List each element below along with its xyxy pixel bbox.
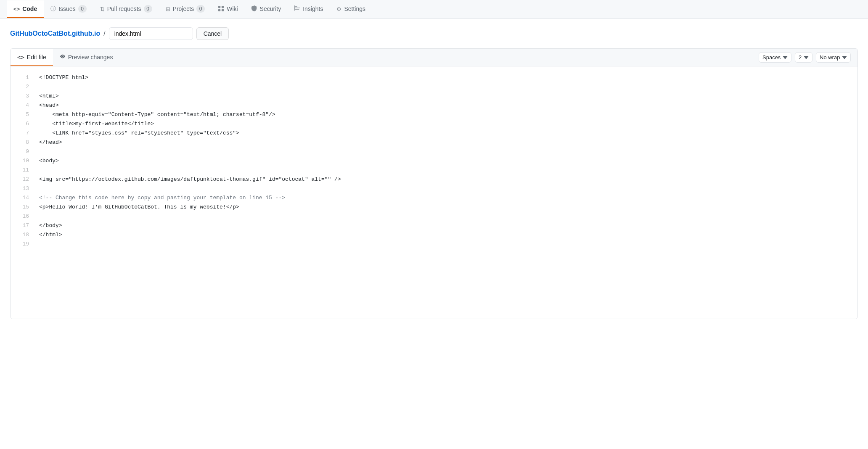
line-content[interactable]: <img src="https://octodex.github.com/ima… xyxy=(36,175,341,184)
line-content[interactable]: <!DOCTYPE html> xyxy=(36,73,88,82)
line-content[interactable]: <p>Hello World! I'm GitHubOctoCatBot. Th… xyxy=(36,203,239,212)
line-number: 6 xyxy=(11,119,36,129)
issues-icon: ⓘ xyxy=(50,5,56,13)
line-number: 9 xyxy=(11,147,36,156)
line-number: 17 xyxy=(11,221,36,230)
table-row: 1<!DOCTYPE html> xyxy=(11,73,857,82)
tab-wiki[interactable]: Wiki xyxy=(212,0,244,18)
line-content[interactable]: <LINK href="styles.css" rel="stylesheet"… xyxy=(36,129,239,138)
line-content[interactable]: <head> xyxy=(36,101,59,110)
editor-tab-bar: <> Edit file Preview changes xyxy=(11,49,119,66)
editor-container: <> Edit file Preview changes Spaces 2 No… xyxy=(10,48,858,319)
line-number: 4 xyxy=(11,101,36,110)
line-number: 11 xyxy=(11,166,36,175)
line-content[interactable]: </body> xyxy=(36,221,62,230)
line-number: 16 xyxy=(11,212,36,221)
pullrequest-icon: ⇅ xyxy=(100,6,105,12)
table-row: 4<head> xyxy=(11,101,857,110)
line-content[interactable]: <!-- Change this code here by copy and p… xyxy=(36,193,285,203)
tab-projects[interactable]: ⊞ Projects 0 xyxy=(159,0,212,18)
wiki-icon xyxy=(218,5,224,13)
line-number: 7 xyxy=(11,129,36,138)
code-icon: <> xyxy=(13,6,20,12)
line-number: 12 xyxy=(11,175,36,184)
line-content[interactable]: <body> xyxy=(36,156,59,166)
breadcrumb: GitHubOctoCatBot.github.io / Cancel xyxy=(0,19,868,48)
line-number: 19 xyxy=(11,240,36,249)
editor-controls: Spaces 2 No wrap xyxy=(752,49,857,66)
line-number: 18 xyxy=(11,230,36,240)
repo-link[interactable]: GitHubOctoCatBot.github.io xyxy=(10,30,100,37)
line-number: 3 xyxy=(11,92,36,101)
line-number: 5 xyxy=(11,110,36,119)
indent-mode-select[interactable]: Spaces xyxy=(759,52,791,63)
tab-security[interactable]: Security xyxy=(245,0,288,18)
table-row: 11 xyxy=(11,166,857,175)
table-row: 17</body> xyxy=(11,221,857,230)
tab-issues[interactable]: ⓘ Issues 0 xyxy=(44,0,93,18)
pr-badge: 0 xyxy=(144,5,152,13)
filename-input[interactable] xyxy=(109,27,193,40)
editor-toolbar: <> Edit file Preview changes Spaces 2 No… xyxy=(11,49,857,66)
line-number: 13 xyxy=(11,184,36,193)
table-row: 2 xyxy=(11,82,857,92)
line-content[interactable]: </head> xyxy=(36,138,62,147)
line-number: 1 xyxy=(11,73,36,82)
table-row: 9 xyxy=(11,147,857,156)
breadcrumb-separator: / xyxy=(103,30,105,37)
table-row: 12<img src="https://octodex.github.com/i… xyxy=(11,175,857,184)
insights-icon xyxy=(294,5,300,13)
projects-icon: ⊞ xyxy=(166,6,170,12)
table-row: 16 xyxy=(11,212,857,221)
line-content[interactable]: <meta http-equiv="Content-Type" content=… xyxy=(36,110,275,119)
table-row: 3<html> xyxy=(11,92,857,101)
wrap-mode-select[interactable]: No wrap xyxy=(816,52,851,63)
table-row: 10<body> xyxy=(11,156,857,166)
table-row: 6 <title>my-first-website</title> xyxy=(11,119,857,129)
preview-icon xyxy=(60,53,66,61)
line-content[interactable]: <title>my-first-website</title> xyxy=(36,119,154,129)
settings-icon: ⚙ xyxy=(336,6,341,12)
projects-badge: 0 xyxy=(196,5,205,13)
repo-nav: <> Code ⓘ Issues 0 ⇅ Pull requests 0 ⊞ P… xyxy=(0,0,868,19)
tab-pull-requests[interactable]: ⇅ Pull requests 0 xyxy=(93,0,159,18)
table-row: 19 xyxy=(11,240,857,249)
edit-file-icon: <> xyxy=(17,54,24,61)
line-number: 10 xyxy=(11,156,36,166)
table-row: 14<!-- Change this code here by copy and… xyxy=(11,193,857,203)
table-row: 15<p>Hello World! I'm GitHubOctoCatBot. … xyxy=(11,203,857,212)
table-row: 18</html> xyxy=(11,230,857,240)
table-row: 13 xyxy=(11,184,857,193)
line-number: 8 xyxy=(11,138,36,147)
tab-code[interactable]: <> Code xyxy=(7,0,44,18)
cancel-button[interactable]: Cancel xyxy=(196,27,229,40)
tab-insights[interactable]: Insights xyxy=(288,0,330,18)
tab-settings[interactable]: ⚙ Settings xyxy=(330,0,372,18)
indent-size-select[interactable]: 2 xyxy=(795,52,812,63)
line-number: 15 xyxy=(11,203,36,212)
tab-preview-changes[interactable]: Preview changes xyxy=(53,49,120,66)
line-content[interactable]: <html> xyxy=(36,92,59,101)
line-content[interactable]: </html> xyxy=(36,230,62,240)
line-number: 14 xyxy=(11,193,36,203)
table-row: 8</head> xyxy=(11,138,857,147)
line-number: 2 xyxy=(11,82,36,92)
issues-badge: 0 xyxy=(78,5,87,13)
security-icon xyxy=(251,5,257,13)
code-editor[interactable]: 1<!DOCTYPE html>23<html>4<head>5 <meta h… xyxy=(11,66,857,319)
table-row: 5 <meta http-equiv="Content-Type" conten… xyxy=(11,110,857,119)
table-row: 7 <LINK href="styles.css" rel="styleshee… xyxy=(11,129,857,138)
tab-edit-file[interactable]: <> Edit file xyxy=(11,49,53,66)
